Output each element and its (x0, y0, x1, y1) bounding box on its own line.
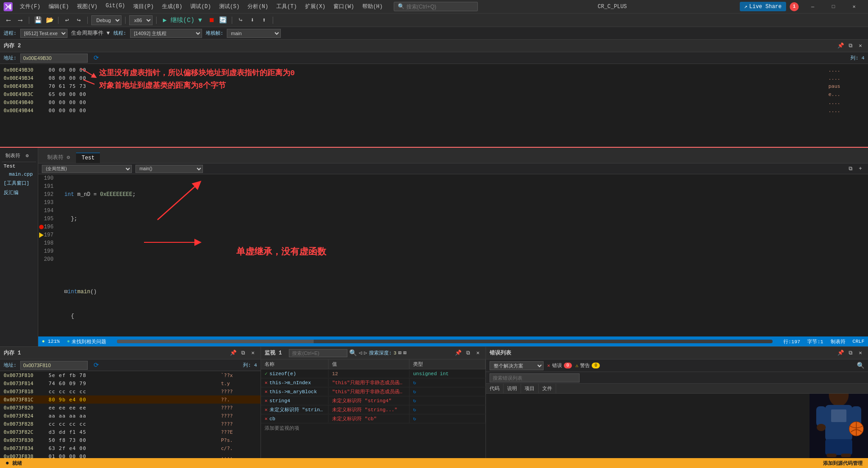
restart-btn[interactable]: 🔄 (218, 15, 228, 25)
memory2-content[interactable]: 0x00E49B30 00 00 00 00 .... 0x00E49B34 0… (0, 64, 868, 147)
code-area[interactable]: 190 191 192 193 194 195 196 197 198 (38, 174, 868, 336)
menu-window[interactable]: 窗口(W) (330, 2, 358, 11)
sidebar-item-maincpp[interactable]: main.cpp (2, 170, 36, 178)
sidebar-item-disassembly[interactable]: 反汇编 (2, 188, 36, 197)
toolbar-open-btn[interactable]: 📂 (45, 15, 54, 25)
live-share-button[interactable]: ↗ Live Share (740, 2, 786, 11)
sidebar-item-toolswindow[interactable]: [工具窗口] (2, 178, 36, 188)
memory2-addr-bar: 地址: ⟳ 列: 4 (0, 52, 868, 64)
menu-test[interactable]: 测试(S) (216, 2, 243, 11)
mem1-row-5: 0x0073F824 aa aa aa aa ???? (0, 412, 261, 420)
watch-depth-icon[interactable]: ⊞ (398, 350, 401, 356)
error-panel-close-btn[interactable]: ✕ (856, 349, 864, 357)
thread-select[interactable]: [14092] 主线程 (130, 29, 202, 38)
menu-extensions[interactable]: 扩展(X) (301, 2, 329, 11)
toolbar-undo-btn[interactable]: ↩ (62, 15, 72, 25)
step-into-btn[interactable]: ⬇ (247, 15, 257, 25)
scope-select[interactable]: (全局范围) (42, 165, 132, 173)
watch-nav-forward[interactable]: ▷ (364, 350, 367, 356)
menu-edit[interactable]: 编辑(E) (45, 2, 73, 11)
menu-git[interactable]: Git(G) (102, 2, 129, 11)
maximize-button[interactable]: □ (823, 0, 844, 14)
notification-badge[interactable]: 1 (790, 2, 799, 11)
menu-help[interactable]: 帮助(H) (359, 2, 387, 11)
toolbar-redo-btn[interactable]: ↪ (74, 15, 84, 25)
menu-view[interactable]: 视图(V) (73, 2, 101, 11)
watch-view-icon[interactable]: ⊞ (403, 350, 406, 356)
watch-float-btn[interactable]: ⧉ (464, 349, 472, 357)
error-panel-float-btn[interactable]: ⧉ (846, 349, 855, 357)
memory1-refresh-btn[interactable]: ⟳ (91, 360, 101, 370)
error-panel-pin-btn[interactable]: 📌 (837, 349, 845, 357)
breakpoint-196[interactable] (39, 225, 44, 229)
function-select[interactable]: main() (135, 165, 203, 173)
error-x-icon: ✕ (547, 363, 550, 368)
watch-pin-btn[interactable]: 📌 (454, 349, 462, 357)
line-numbers: 190 191 192 193 194 195 196 197 198 (38, 174, 61, 336)
close-button[interactable]: ✕ (844, 0, 864, 14)
refresh-icon-4[interactable]: ↻ (413, 407, 416, 413)
platform-select[interactable]: x86 (129, 15, 153, 25)
editor-expand-btn[interactable]: ⧉ (846, 165, 855, 173)
memory1-addr-input[interactable] (20, 361, 88, 370)
memory1-close-btn[interactable]: ✕ (249, 349, 257, 357)
error-search-input[interactable] (490, 373, 580, 382)
menu-build[interactable]: 生成(B) (158, 2, 186, 11)
stop-debug-btn[interactable]: ⏹ (207, 15, 216, 25)
toolbar-sep-3 (87, 17, 88, 24)
tab-tablabel[interactable]: 制表符 ⚙ (42, 151, 75, 163)
menu-tools[interactable]: 工具(T) (273, 2, 301, 11)
scroll-indicator[interactable] (117, 340, 773, 343)
editor-tabs: 制表符 ⚙ Test (38, 148, 868, 164)
toolbar-save-btn[interactable]: 💾 (33, 15, 43, 25)
memory1-content[interactable]: 0x0073F810 5e ef fb 78 `??x 0x0073F814 7… (0, 371, 261, 468)
watch-close-btn[interactable]: ✕ (474, 349, 482, 357)
menu-analyze[interactable]: 分析(N) (244, 2, 272, 11)
process-label: 进程: (4, 30, 17, 36)
status-encoding: CRLF (853, 339, 864, 344)
add-source-control[interactable]: 添加到源代码管理 (823, 460, 863, 467)
error-search-icon[interactable]: 🔍 (857, 362, 864, 369)
sidebar-item-test[interactable]: Test (2, 162, 36, 170)
editor-status-bar: ● 121% ● 未找到相关问题 行:197 字节:1 制表符 CRLF (38, 336, 868, 346)
menu-project[interactable]: 项目(P) (130, 2, 157, 11)
toolbar-forward-btn[interactable]: ⟶ (15, 15, 25, 25)
sidebar-settings-icon[interactable]: ⚙ (26, 153, 29, 159)
title-search-input[interactable] (406, 4, 474, 10)
memory1-pin-btn[interactable]: 📌 (229, 349, 237, 357)
menu-debug[interactable]: 调试(D) (187, 2, 215, 11)
refresh-icon-3[interactable]: ↻ (413, 398, 416, 404)
title-search-bar[interactable]: 🔍 (394, 2, 478, 11)
toolbar-back-btn[interactable]: ⟵ (4, 15, 13, 25)
continue-label: 继续(C) ▼ (171, 17, 202, 24)
continue-button[interactable]: ▶ 继续(C) ▼ (160, 15, 205, 25)
editor-add-btn[interactable]: + (856, 165, 864, 173)
svg-rect-14 (841, 454, 851, 457)
memory2-refresh-btn[interactable]: ⟳ (91, 53, 101, 63)
watch-nav-back[interactable]: ◁ (359, 350, 362, 356)
debug-config-select[interactable]: Debug (91, 15, 121, 25)
watch-search-input[interactable] (289, 349, 347, 357)
memory1-float-btn[interactable]: ⧉ (239, 349, 247, 357)
linenum-194: 194 (38, 207, 57, 215)
stack-select[interactable]: main (227, 29, 281, 38)
tab-test[interactable]: Test (76, 153, 100, 163)
step-over-btn[interactable]: ⤷ (236, 15, 246, 25)
minimize-button[interactable]: — (802, 0, 823, 14)
watch-depth-label: 搜索深度: (369, 350, 392, 356)
refresh-icon-5[interactable]: ↻ (413, 416, 416, 422)
lifecycle-btn[interactable]: 生命周期事件 ▼ (71, 29, 110, 37)
menu-file[interactable]: 文件(F) (16, 2, 44, 11)
watch-add-row[interactable]: 添加要监视的项 (261, 423, 486, 432)
memory2-pin-btn[interactable]: 📌 (837, 42, 845, 50)
refresh-icon-2[interactable]: ↻ (413, 389, 416, 395)
process-select[interactable]: [6512] Test.exe (20, 29, 67, 38)
step-out-btn[interactable]: ⬆ (259, 15, 269, 25)
memory2-close-btn[interactable]: ✕ (856, 42, 864, 50)
refresh-icon-1[interactable]: ↻ (413, 380, 416, 386)
watch-search-icon[interactable]: 🔍 (349, 349, 357, 357)
error-scope-select[interactable]: 整个解决方案 (490, 361, 544, 370)
memory2-addr-input[interactable] (20, 54, 88, 63)
memory2-float-btn[interactable]: ⧉ (846, 42, 855, 50)
project-name: CR_C_PLUS (485, 4, 740, 10)
